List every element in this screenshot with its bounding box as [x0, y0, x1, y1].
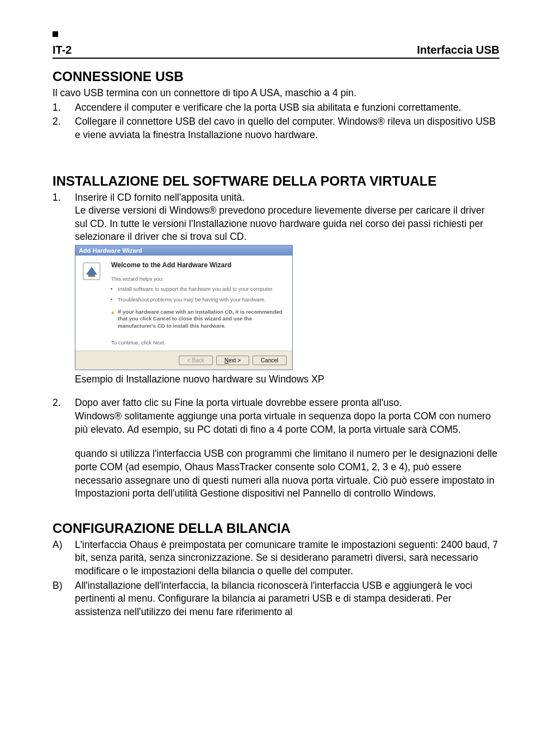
list-text: Collegare il connettore USB del cavo in … [75, 115, 499, 141]
page-header: IT-2 Interfaccia USB [53, 44, 499, 59]
list-item: A) L'interfaccia Ohaus è preimpostata pe… [53, 538, 499, 578]
cancel-button[interactable]: Cancel [253, 356, 287, 365]
list-marker: A) [53, 538, 75, 552]
wizard-heading: Welcome to the Add Hardware Wizard [111, 261, 285, 269]
wizard-footer: < Back Next > Cancel [75, 351, 292, 370]
wizard-warning-text: If your hardware came with an installati… [118, 309, 285, 329]
page-title: Interfaccia USB [417, 44, 499, 56]
list-text-line: Inserire il CD fornito nell'apposita uni… [75, 192, 245, 203]
list-text-line: Dopo aver fatto clic su Fine la porta vi… [75, 397, 402, 408]
svg-rect-4 [113, 312, 113, 313]
wizard-body: Welcome to the Add Hardware Wizard This … [75, 256, 292, 351]
wizard-warning: If your hardware came with an installati… [111, 309, 285, 329]
intro-paragraph: Il cavo USB termina con un connettore di… [53, 87, 499, 100]
back-button[interactable]: < Back [179, 356, 213, 365]
section-heading-installazione: INSTALLAZIONE DEL SOFTWARE DELLA PORTA V… [53, 173, 499, 189]
list-text: Accendere il computer e verificare che l… [75, 101, 499, 115]
list-text: L'interfaccia Ohaus è preimpostata per c… [75, 538, 499, 578]
warning-icon [111, 309, 115, 316]
list-item: 1. Accendere il computer e verificare ch… [53, 101, 499, 115]
wizard-bullet: Install software to support the hardware… [118, 286, 285, 292]
list-item: 2. Collegare il connettore USB del cavo … [53, 115, 499, 141]
list-marker: 2. [53, 115, 75, 129]
note-paragraph: quando si utilizza l'interfaccia USB con… [75, 447, 499, 500]
list-text: Dopo aver fatto clic su Fine la porta vi… [75, 396, 499, 436]
wizard-caption: Esempio di Installazione nuovo hardware … [75, 374, 499, 385]
wizard-continue-label: To continue, click Next. [111, 339, 285, 346]
list-marker: B) [53, 579, 75, 593]
wizard-side-icon-area [75, 256, 108, 351]
list-text: Inserire il CD fornito nell'apposita uni… [75, 191, 499, 244]
wizard-content: Welcome to the Add Hardware Wizard This … [108, 256, 292, 351]
svg-rect-2 [88, 275, 95, 277]
list-item: B) All'installazione dell'interfaccia, l… [53, 579, 499, 619]
wizard-screenshot: Add Hardware Wizard Welcome to the Add H… [75, 245, 293, 370]
hardware-icon [82, 261, 102, 281]
next-button[interactable]: Next > [216, 356, 249, 365]
list-marker: 2. [53, 396, 75, 410]
list-text-continuation: Windows® solitamente aggiunge una porta … [75, 410, 491, 435]
page-corner-mark [53, 31, 58, 37]
section-heading-configurazione: CONFIGURAZIONE DELLA BILANCIA [53, 521, 499, 536]
svg-rect-5 [113, 313, 113, 314]
list-text: All'installazione dell'interfaccia, la b… [75, 579, 499, 619]
wizard-titlebar: Add Hardware Wizard [75, 245, 292, 256]
next-button-label-rest: ext > [229, 357, 241, 363]
list-marker: 1. [53, 101, 75, 115]
section-heading-connessione: CONNESSIONE USB [53, 69, 499, 84]
page: IT-2 Interfaccia USB CONNESSIONE USB Il … [0, 0, 533, 756]
list-item: 1. Inserire il CD fornito nell'apposita … [53, 191, 499, 244]
wizard-bullet-list: Install software to support the hardware… [111, 286, 285, 303]
list-text-continuation: Le diverse versioni di Windows® prevedon… [75, 205, 485, 242]
list-marker: 1. [53, 191, 75, 205]
list-item: 2. Dopo aver fatto clic su Fine la porta… [53, 396, 499, 436]
page-number: IT-2 [53, 44, 72, 56]
wizard-helps-label: This wizard helps you: [111, 276, 285, 282]
wizard-bullet: Troubleshoot problems you may be having … [118, 296, 285, 303]
